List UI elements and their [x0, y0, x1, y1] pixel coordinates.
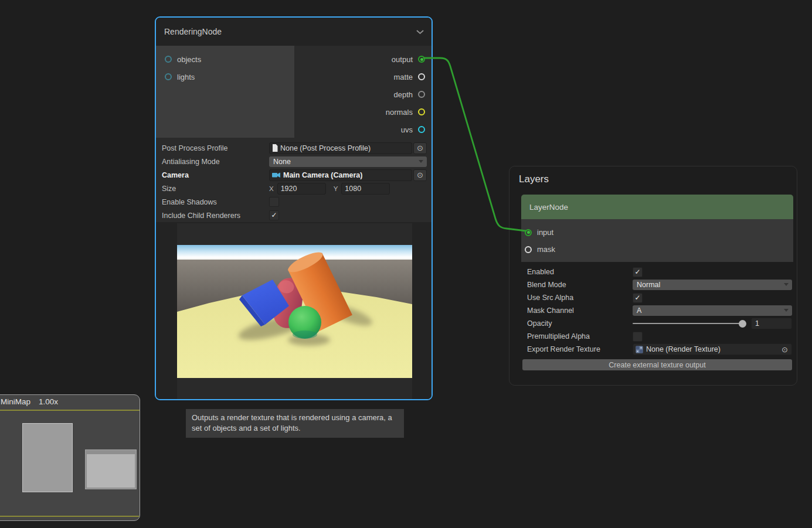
row-mask-channel: Mask Channel A [522, 304, 792, 317]
output-port-normals[interactable]: normals [294, 103, 432, 121]
layers-group-title: Layers [509, 166, 797, 185]
layer-node-title: LayerNode [529, 203, 568, 212]
size-y-input[interactable]: 1080 [341, 183, 390, 195]
row-use-src-alpha: Use Src Alpha ✓ [522, 291, 792, 304]
port-circle-icon[interactable] [165, 73, 172, 80]
size-x-input[interactable]: 1920 [277, 183, 326, 195]
port-label: input [537, 228, 553, 237]
layer-node-properties: Enabled ✓ Blend Mode Normal [521, 262, 793, 370]
antialiasing-mode-dropdown[interactable]: None [269, 156, 427, 167]
output-port-output[interactable]: output [294, 50, 432, 68]
tooltip-text: Outputs a render texture that is rendere… [192, 413, 392, 432]
slider-handle[interactable] [739, 320, 746, 328]
render-texture-icon [636, 346, 643, 353]
property-label: Use Src Alpha [522, 294, 633, 302]
row-opacity: Opacity 1 [522, 317, 792, 330]
rendering-node-header[interactable]: RenderingNode [156, 18, 432, 46]
input-port-input[interactable]: input [521, 224, 793, 241]
row-blend-mode: Blend Mode Normal [522, 278, 792, 291]
opacity-slider[interactable] [633, 323, 745, 324]
object-field-value: None (Post Process Profile) [280, 144, 371, 152]
rendering-node-ports: objects lights output matte depth [156, 46, 432, 138]
object-picker-button[interactable]: ⊙ [413, 169, 427, 181]
row-size: Size X 1920 Y 1080 [162, 182, 427, 195]
input-port-lights[interactable]: lights [156, 68, 294, 86]
port-circle-icon[interactable] [418, 56, 425, 63]
premultiplied-alpha-checkbox[interactable] [633, 332, 643, 342]
port-label: normals [386, 108, 413, 117]
opacity-value-input[interactable]: 1 [751, 318, 792, 329]
chevron-down-icon[interactable] [416, 29, 424, 35]
object-picker-icon: ⊙ [417, 144, 423, 152]
layer-node-ports: input mask [521, 219, 793, 262]
post-process-profile-object-field[interactable]: None (Post Process Profile) [269, 142, 412, 154]
minimap-rendering-node-rect[interactable] [22, 423, 73, 492]
row-enabled: Enabled ✓ [522, 265, 792, 278]
property-label: Blend Mode [522, 281, 633, 289]
row-camera: Camera Main Camera (Camera) ⊙ [162, 168, 427, 182]
dropdown-value: None [273, 158, 291, 166]
object-picker-icon: ⊙ [417, 171, 423, 179]
node-graph-canvas[interactable]: RenderingNode objects lights output [0, 0, 812, 528]
blend-mode-dropdown[interactable]: Normal [633, 280, 792, 290]
export-render-texture-object-field[interactable]: None (Render Texture) ⊙ [633, 343, 792, 355]
port-label: uvs [401, 125, 413, 134]
input-port-objects[interactable]: objects [156, 50, 294, 68]
rendering-node[interactable]: RenderingNode objects lights output [155, 16, 433, 400]
port-label: depth [393, 90, 413, 99]
output-port-depth[interactable]: depth [294, 86, 432, 103]
minimap-viewport-edge-bottom [0, 516, 140, 517]
rendering-node-properties: Post Process Profile None (Post Process … [156, 138, 432, 222]
slider-track[interactable] [633, 323, 745, 324]
port-label: lights [177, 73, 195, 81]
layers-group[interactable]: Layers LayerNode input mask Enabled [509, 166, 797, 386]
port-label: objects [177, 55, 201, 64]
layer-node[interactable]: LayerNode input mask Enabled ✓ [521, 195, 793, 370]
rendered-scene [177, 245, 412, 378]
object-picker-icon[interactable]: ⊙ [782, 345, 788, 354]
mask-channel-dropdown[interactable]: A [633, 305, 792, 316]
opacity-value: 1 [755, 319, 759, 328]
port-label: mask [537, 245, 555, 254]
port-circle-icon[interactable] [165, 56, 172, 63]
document-icon [272, 144, 278, 152]
output-port-uvs[interactable]: uvs [294, 121, 432, 138]
layer-node-header[interactable]: LayerNode [521, 195, 793, 219]
input-port-mask[interactable]: mask [521, 241, 793, 258]
camera-object-field[interactable]: Main Camera (Camera) [269, 169, 412, 181]
use-src-alpha-checkbox[interactable]: ✓ [633, 293, 643, 303]
port-circle-icon[interactable] [418, 73, 425, 80]
object-picker-button[interactable]: ⊙ [413, 142, 427, 154]
property-label: Opacity [522, 319, 633, 328]
minimap-layers-group-rect[interactable] [85, 449, 137, 489]
output-port-matte[interactable]: matte [294, 68, 432, 86]
enabled-checkbox[interactable]: ✓ [633, 267, 643, 277]
camera-icon [272, 172, 281, 178]
render-preview-section [156, 222, 432, 399]
create-external-texture-output-button[interactable]: Create external texture output [522, 359, 792, 370]
property-label: Enable Shadows [162, 198, 269, 206]
object-field-value: Main Camera (Camera) [283, 171, 362, 179]
port-circle-icon[interactable] [418, 108, 425, 115]
port-circle-icon[interactable] [525, 246, 532, 253]
property-label: Post Process Profile [162, 144, 269, 152]
dropdown-value: A [637, 306, 641, 315]
port-label: output [392, 55, 413, 64]
property-label: Mask Channel [522, 306, 633, 315]
button-label: Create external texture output [609, 361, 705, 369]
port-circle-icon[interactable] [525, 229, 532, 236]
input-ports-panel: objects lights [156, 46, 294, 138]
property-label: Enabled [522, 268, 633, 276]
enable-shadows-checkbox[interactable] [269, 197, 279, 207]
dropdown-value: Normal [637, 281, 660, 289]
row-antialiasing-mode: Antialiasing Mode None [162, 155, 427, 168]
size-y-label: Y [334, 185, 338, 192]
include-child-renderers-checkbox[interactable]: ✓ [269, 210, 279, 220]
node-tooltip: Outputs a render texture that is rendere… [186, 409, 404, 438]
property-label: Size [162, 185, 269, 193]
port-circle-icon[interactable] [418, 91, 425, 98]
minimap-panel[interactable]: MiniMap 1.00x [0, 394, 140, 521]
checkmark-icon: ✓ [634, 294, 640, 302]
port-circle-icon[interactable] [418, 126, 425, 133]
minimap-zoom-level: 1.00x [39, 397, 58, 406]
